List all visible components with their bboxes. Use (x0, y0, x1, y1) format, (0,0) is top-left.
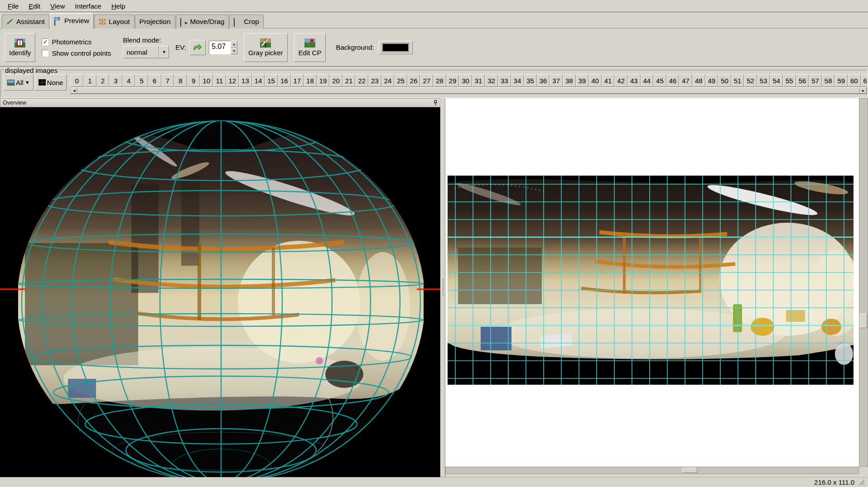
image-toggle-button[interactable]: 45 (653, 74, 666, 87)
image-toggle-button[interactable]: 17 (291, 74, 304, 87)
edit-cp-button[interactable]: Edit CP (294, 33, 326, 62)
image-toggle-button[interactable]: 2 (96, 74, 110, 87)
image-toggle-button[interactable]: 59 (834, 74, 848, 87)
tab-layout[interactable]: Layout (94, 14, 135, 29)
image-toggle-button[interactable]: 54 (770, 74, 783, 87)
image-toggle-button[interactable]: 34 (511, 74, 524, 87)
menu-view[interactable]: View (45, 1, 70, 11)
menu-interface[interactable]: Interface (70, 1, 106, 11)
show-control-points-checkbox-box[interactable]: ✓ (42, 50, 48, 57)
image-strip-scroll-thumb[interactable] (77, 87, 860, 94)
image-toggle-button[interactable]: 28 (433, 74, 446, 87)
image-toggle-button[interactable]: 50 (718, 74, 731, 87)
image-toggle-button[interactable]: 0 (70, 74, 83, 87)
image-toggle-button[interactable]: 23 (368, 74, 381, 87)
image-toggle-button[interactable]: 56 (796, 74, 809, 87)
image-toggle-button[interactable]: 36 (537, 74, 550, 87)
image-toggle-button[interactable]: 19 (317, 74, 330, 87)
image-toggle-button[interactable]: 13 (239, 74, 252, 87)
image-toggle-button[interactable]: 5 (135, 74, 148, 87)
image-toggle-button[interactable]: 33 (498, 74, 511, 87)
image-toggle-button[interactable]: 48 (692, 74, 705, 87)
image-toggle-button[interactable]: 25 (394, 74, 407, 87)
show-control-points-checkbox[interactable]: ✓ Show control points (42, 49, 111, 57)
image-toggle-button[interactable]: 10 (200, 74, 213, 87)
image-toggle-button[interactable]: 42 (614, 74, 627, 87)
image-toggle-button[interactable]: 29 (446, 74, 459, 87)
overview-sphere-canvas[interactable] (0, 107, 440, 477)
image-toggle-button[interactable]: 26 (407, 74, 420, 87)
identify-button[interactable]: 1 Identify (5, 33, 35, 62)
image-toggle-button[interactable]: 60 (848, 74, 861, 87)
image-toggle-button[interactable]: 51 (731, 74, 744, 87)
gray-picker-button[interactable]: Gray picker (244, 33, 288, 62)
image-toggle-button[interactable]: 21 (342, 74, 356, 87)
image-toggle-button[interactable]: 24 (381, 74, 395, 87)
image-toggle-button[interactable]: 32 (485, 74, 498, 87)
image-toggle-button[interactable]: 41 (602, 74, 615, 87)
image-toggle-button[interactable]: 40 (588, 74, 602, 87)
menu-file[interactable]: File (3, 1, 24, 11)
image-toggle-button[interactable]: 11 (213, 74, 226, 87)
scroll-left-icon[interactable]: ◄ (71, 87, 77, 94)
image-toggle-button[interactable]: 35 (524, 74, 537, 87)
image-toggle-button[interactable]: 9 (187, 74, 200, 87)
image-toggle-button[interactable]: 55 (783, 74, 796, 87)
chevron-down-icon[interactable]: ▼ (159, 46, 169, 58)
image-toggle-button[interactable]: 16 (278, 74, 291, 87)
preview-horizontal-scrollbar[interactable] (445, 467, 859, 474)
tab-crop[interactable]: Crop (229, 14, 264, 29)
image-toggle-button[interactable]: 49 (705, 74, 719, 87)
menu-help[interactable]: Help (106, 1, 130, 11)
image-toggle-button[interactable]: 6 (148, 74, 161, 87)
image-toggle-button[interactable]: 44 (641, 74, 654, 87)
image-toggle-button[interactable]: 46 (666, 74, 680, 87)
image-toggle-button[interactable]: 1 (83, 74, 96, 87)
show-all-images-button[interactable]: All▼ (4, 74, 34, 91)
spin-down-icon[interactable]: ▼ (231, 48, 237, 54)
show-none-images-button[interactable]: None (35, 74, 67, 91)
image-toggle-button[interactable]: 14 (252, 74, 265, 87)
resize-grip-icon[interactable] (858, 479, 865, 486)
image-toggle-button[interactable]: 37 (550, 74, 563, 87)
image-toggle-button[interactable]: 57 (809, 74, 822, 87)
image-toggle-button[interactable]: 3 (109, 74, 122, 87)
image-toggle-button[interactable]: 61 (861, 74, 867, 87)
image-toggle-button[interactable]: 43 (627, 74, 641, 87)
tab-move-drag[interactable]: ➤ Move/Drag (176, 14, 229, 29)
photometrics-checkbox-box[interactable]: ✓ (42, 38, 48, 45)
image-toggle-button[interactable]: 8 (174, 74, 187, 87)
scroll-right-icon[interactable]: ► (860, 87, 867, 94)
blend-mode-select[interactable]: normal ▼ (123, 46, 169, 58)
image-toggle-button[interactable]: 15 (265, 74, 278, 87)
background-color-button[interactable] (378, 41, 413, 54)
image-toggle-button[interactable]: 53 (757, 74, 770, 87)
image-toggle-button[interactable]: 12 (226, 74, 239, 87)
image-toggle-button[interactable]: 27 (420, 74, 433, 87)
image-toggle-button[interactable]: 4 (122, 74, 135, 87)
pane-splitter[interactable] (440, 98, 445, 477)
ev-reset-button[interactable] (189, 40, 206, 55)
image-toggle-button[interactable]: 30 (459, 74, 472, 87)
tab-preview[interactable]: GL Preview (50, 13, 94, 29)
image-strip-scrollbar[interactable]: ◄ ► (70, 87, 867, 94)
menu-edit[interactable]: Edit (24, 1, 45, 11)
tab-projection[interactable]: Projection (135, 14, 175, 29)
preview-vertical-scrollbar[interactable] (859, 98, 868, 467)
photometrics-checkbox[interactable]: ✓ Photometrics (42, 38, 111, 46)
panorama-preview-canvas[interactable] (445, 98, 859, 467)
image-toggle-button[interactable]: 20 (329, 74, 342, 87)
pin-icon[interactable] (434, 100, 438, 106)
preview-vscroll-thumb[interactable] (860, 314, 867, 328)
ev-spinner[interactable]: 5.07 ▲ ▼ (209, 41, 237, 54)
spin-up-icon[interactable]: ▲ (231, 41, 237, 48)
ev-value-field[interactable]: 5.07 (209, 41, 231, 54)
image-toggle-button[interactable]: 38 (563, 74, 576, 87)
image-toggle-button[interactable]: 31 (472, 74, 485, 87)
image-toggle-button[interactable]: 22 (355, 74, 368, 87)
image-toggle-button[interactable]: 58 (822, 74, 835, 87)
image-toggle-button[interactable]: 39 (576, 74, 589, 87)
image-toggle-button[interactable]: 7 (161, 74, 174, 87)
preview-hscroll-thumb[interactable] (682, 468, 697, 473)
image-toggle-button[interactable]: 52 (744, 74, 757, 87)
